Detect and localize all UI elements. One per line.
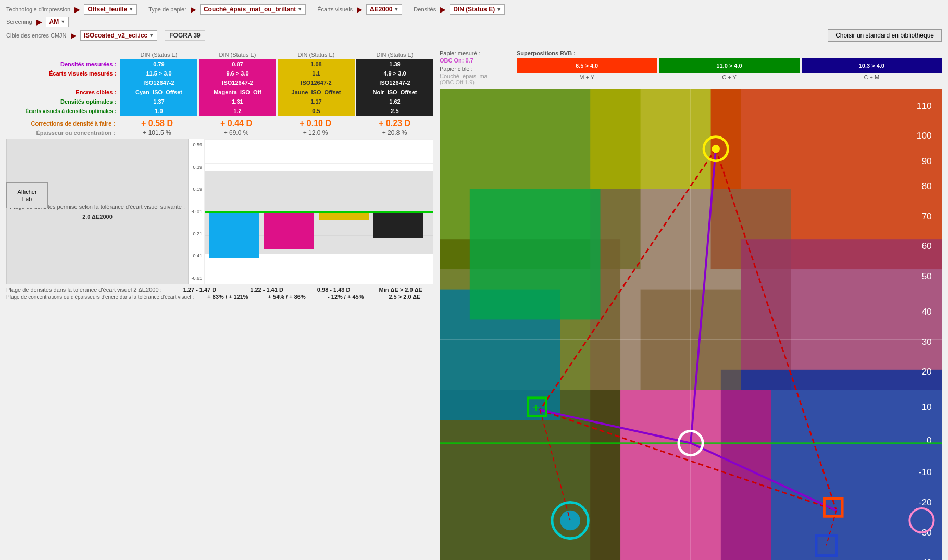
papier-cible-name: Couché_épais_ma <box>440 73 513 79</box>
cyan-correction-pct: + 101.5 % <box>118 129 196 136</box>
magenta-iso: ISO12647-2 <box>199 78 276 88</box>
cm-block: 10.3 > 4.0 C + M <box>802 58 942 80</box>
obc-off-val: (OBC Off 1.9) <box>440 79 513 85</box>
black-correction-d: + 0.23 D <box>356 119 433 128</box>
densite-dropdown[interactable]: DIN (Status E) ▼ <box>450 4 505 15</box>
black-pct-range: 2.5 > 2.0 ΔE <box>376 294 433 301</box>
svg-text:100: 100 <box>917 130 932 141</box>
opt-density-label: Densités optimales : <box>6 97 118 106</box>
svg-text:-10: -10 <box>919 467 932 477</box>
tech-dropdown[interactable]: Offset_feuille ▼ <box>84 4 137 15</box>
magenta-opt-density: 1.31 <box>199 97 276 106</box>
tech-label: Technologie d'impression <box>6 6 70 13</box>
ecarts-arrow: ▶ <box>357 6 362 14</box>
my-label: M + Y <box>517 74 657 80</box>
cyan-col: DIN (Status E) 0.79 11.5 > 3.0 ISO12647-… <box>120 50 197 116</box>
densite-label: Densités <box>414 6 436 13</box>
magenta-correction-pct: + 69.0 % <box>197 129 275 136</box>
papier-mesure-label: Papier mesuré : <box>440 50 513 56</box>
fogra-badge: FOGRA 39 <box>165 30 205 41</box>
screening-arrow: ▶ <box>36 18 42 26</box>
yellow-density: 1.08 <box>278 59 355 69</box>
magenta-col: DIN (Status E) 0.87 9.6 > 3.0 ISO12647-2… <box>199 50 276 116</box>
black-density: 1.39 <box>356 59 433 69</box>
yellow-header: DIN (Status E) <box>278 50 355 59</box>
tolerance-value: 2.0 ΔE2000 <box>10 214 185 220</box>
svg-point-56 <box>560 511 580 531</box>
my-block: 6.5 > 4.0 M + Y <box>517 58 657 80</box>
papier-cible-label: Papier cible : <box>440 66 513 72</box>
svg-text:80: 80 <box>921 181 931 191</box>
ecarts-label: Écarts visuels <box>317 6 353 13</box>
black-correction-pct: + 20.8 % <box>356 129 433 136</box>
yellow-opt-ecart: 0.5 <box>278 106 355 116</box>
bottom-row2-label: Plage de concentrations ou d'épaisseurs … <box>6 294 197 301</box>
cy-block: 11.0 > 4.0 C + Y <box>659 58 799 80</box>
y-label-2: 0.39 <box>191 165 202 170</box>
magenta-density: 0.87 <box>199 59 276 69</box>
opt-ecarts-label: Écarts visuels à densités optimales : <box>6 106 118 116</box>
cm-value: 10.3 > 4.0 <box>802 58 942 73</box>
magenta-pct-range: + 54% / + 86% <box>258 294 316 301</box>
cible-arrow: ▶ <box>71 32 76 40</box>
yellow-iso: ISO12647-2 <box>278 78 355 88</box>
paper-dropdown[interactable]: Couché_épais_mat_ou_brillant ▼ <box>200 4 306 15</box>
yellow-opt-density: 1.17 <box>278 97 355 106</box>
black-ecart: 4.9 > 3.0 <box>356 69 433 78</box>
screening-dropdown[interactable]: AM ▼ <box>46 17 69 27</box>
svg-text:50: 50 <box>921 271 931 281</box>
y-label-1: 0.59 <box>191 142 202 147</box>
cyan-correction-d: + 0.58 D <box>118 119 196 128</box>
svg-text:-20: -20 <box>919 497 932 507</box>
paper-arrow: ▶ <box>191 6 196 14</box>
density-label: Densités mesurées : <box>6 59 118 69</box>
tech-arrow: ▶ <box>74 6 80 14</box>
black-d-range: Min ΔE > 2.0 ΔE <box>368 287 433 293</box>
corrections-density-label: Corrections de densité à faire : <box>6 119 118 128</box>
magenta-correction-d: + 0.44 D <box>197 119 275 128</box>
cyan-iso: ISO12647-2 <box>120 78 197 88</box>
svg-point-50 <box>712 145 719 153</box>
y-label-7: -0.61 <box>191 276 202 281</box>
svg-text:30: 30 <box>921 337 931 347</box>
cyan-ecart: 11.5 > 3.0 <box>120 69 197 78</box>
yellow-col: DIN (Status E) 1.08 1.1 ISO12647-2 Jaune… <box>278 50 355 116</box>
yellow-ecart: 1.1 <box>278 69 355 78</box>
obc-on-val: OBC On: 0.7 <box>440 57 513 64</box>
cyan-header: DIN (Status E) <box>120 50 197 59</box>
std-library-button[interactable]: Choisir un standard en bibliothèque <box>828 29 942 42</box>
cible-dropdown[interactable]: ISOcoated_v2_eci.icc ▼ <box>80 30 158 41</box>
yellow-d-range: 0.98 - 1.43 D <box>301 287 367 293</box>
ecarts-dropdown[interactable]: ΔE2000 ▼ <box>366 4 402 15</box>
yellow-correction-pct: + 12.0 % <box>277 129 354 136</box>
svg-text:10: 10 <box>921 402 931 412</box>
cyan-density: 0.79 <box>120 59 197 69</box>
gamut-chart: 110 100 90 80 70 60 50 40 30 20 10 0 -10… <box>440 89 942 560</box>
afficher-lab-button[interactable]: AfficherLab <box>6 182 48 208</box>
svg-text:-40: -40 <box>919 557 932 560</box>
yellow-correction-d: + 0.10 D <box>277 119 354 128</box>
black-col: DIN (Status E) 1.39 4.9 > 3.0 ISO12647-2… <box>356 50 433 116</box>
y-label-3: 0.19 <box>191 186 202 192</box>
black-encre: Noir_ISO_Offset <box>356 88 433 97</box>
superpositions-header: Superpositions RVB : <box>517 50 942 56</box>
magenta-opt-ecart: 1.2 <box>199 106 276 116</box>
magenta-encre: Magenta_ISO_Off <box>199 88 276 97</box>
svg-rect-10 <box>470 189 601 320</box>
my-value: 6.5 > 4.0 <box>517 58 657 73</box>
svg-text:60: 60 <box>921 241 931 251</box>
cyan-opt-ecart: 1.0 <box>120 106 197 116</box>
paper-label: Type de papier <box>148 6 186 13</box>
y-label-5: -0.21 <box>191 231 202 237</box>
yellow-pct-range: - 12% / + 45% <box>317 294 375 301</box>
black-header: DIN (Status E) <box>356 50 433 59</box>
cyan-pct-range: + 83% / + 121% <box>199 294 256 301</box>
cm-label: C + M <box>802 74 942 80</box>
cyan-opt-density: 1.37 <box>120 97 197 106</box>
svg-text:110: 110 <box>917 101 932 111</box>
svg-rect-5 <box>741 239 942 390</box>
magenta-header: DIN (Status E) <box>199 50 276 59</box>
black-opt-density: 1.62 <box>356 97 433 106</box>
magenta-d-range: 1.22 - 1.41 D <box>234 287 300 293</box>
y-label-4: -0.01 <box>191 209 202 214</box>
